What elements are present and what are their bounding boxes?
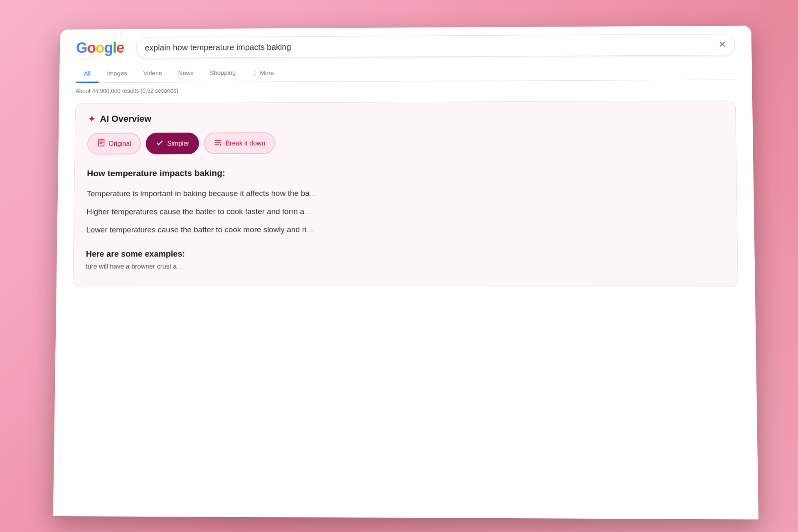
ai-footnote: ture will have a browner crust a… bbox=[86, 260, 725, 272]
logo-letter-g2: g bbox=[104, 39, 113, 56]
search-clear-icon[interactable]: ✕ bbox=[719, 39, 726, 50]
tab-more[interactable]: ⋮ More bbox=[244, 64, 282, 82]
ai-paragraph-1: Temperature is important in baking becau… bbox=[86, 186, 724, 200]
ai-overview-title: AI Overview bbox=[100, 113, 151, 124]
ai-overview-section: ✦ AI Overview Original bbox=[73, 101, 738, 287]
break-label: Break it down bbox=[225, 140, 265, 147]
tab-shopping[interactable]: Shopping bbox=[202, 64, 244, 83]
tab-videos[interactable]: Videos bbox=[135, 64, 170, 82]
tab-news[interactable]: News bbox=[170, 64, 202, 82]
original-icon bbox=[97, 138, 106, 149]
more-label: More bbox=[260, 69, 274, 76]
google-logo: Google bbox=[76, 39, 124, 57]
search-query-text: explain how temperature impacts baking bbox=[145, 42, 291, 52]
ai-examples-heading: Here are some examples: bbox=[86, 246, 725, 261]
page-content: Google explain how temperature impacts b… bbox=[57, 26, 755, 291]
logo-letter-o2: o bbox=[96, 39, 104, 56]
ai-sparkle-icon: ✦ bbox=[88, 113, 96, 125]
results-count: About 44,900,000 results (0.52 seconds) bbox=[59, 80, 752, 99]
break-icon bbox=[214, 138, 222, 148]
svg-rect-0 bbox=[99, 139, 104, 146]
tab-images[interactable]: Images bbox=[99, 65, 135, 83]
original-button[interactable]: Original bbox=[87, 133, 141, 155]
google-logo-area: Google explain how temperature impacts b… bbox=[76, 34, 735, 59]
ai-content-heading: How temperature impacts baking: bbox=[87, 164, 724, 180]
ai-paragraph-2: Higher temperatures cause the batter to … bbox=[86, 204, 724, 219]
simpler-label: Simpler bbox=[167, 140, 190, 147]
break-it-down-button[interactable]: Break it down bbox=[204, 132, 275, 154]
tab-all[interactable]: All bbox=[76, 65, 99, 83]
logo-letter-e: e bbox=[116, 39, 124, 56]
more-icon: ⋮ bbox=[252, 69, 259, 77]
ai-overview-header: ✦ AI Overview bbox=[88, 111, 723, 125]
ai-paragraph-3: Lower temperatures cause the batter to c… bbox=[86, 222, 724, 236]
simpler-icon bbox=[155, 138, 164, 148]
logo-letter-o1: o bbox=[87, 39, 96, 56]
original-label: Original bbox=[108, 140, 131, 148]
google-header: Google explain how temperature impacts b… bbox=[59, 26, 752, 83]
search-box[interactable]: explain how temperature impacts baking ✕ bbox=[136, 34, 735, 59]
ai-content: How temperature impacts baking: Temperat… bbox=[86, 164, 725, 277]
nav-tabs: All Images Videos News Shopping ⋮ More bbox=[76, 62, 735, 83]
logo-letter-g1: G bbox=[76, 39, 87, 56]
browser-window: Google explain how temperature impacts b… bbox=[53, 26, 759, 520]
ai-buttons: Original Simpler bbox=[87, 131, 723, 154]
simpler-button[interactable]: Simpler bbox=[146, 133, 200, 155]
